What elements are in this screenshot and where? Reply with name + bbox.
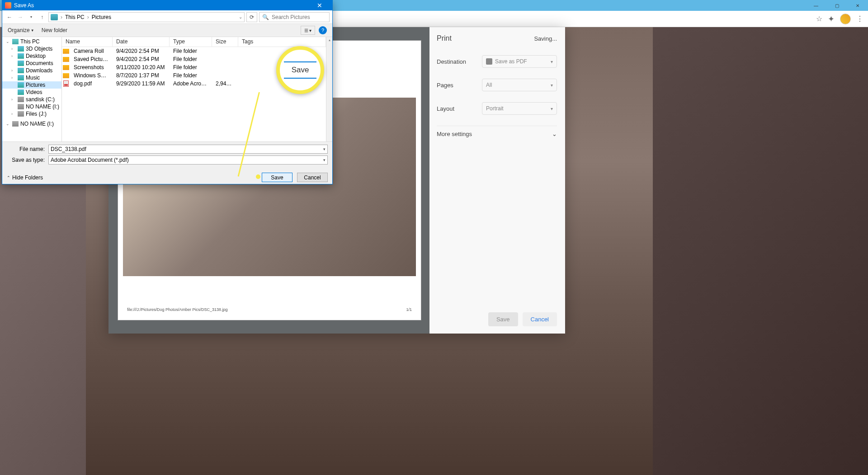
profile-avatar[interactable] [840, 14, 851, 24]
refresh-button[interactable]: ⟳ [246, 12, 257, 22]
tree-arrow-icon: › [11, 47, 16, 51]
print-footer-path: file:///J:/Pictures/Dog Photos/Amber Pic… [127, 307, 228, 312]
col-name[interactable]: Name [62, 37, 113, 47]
chevron-down-icon: ▼ [31, 28, 34, 33]
layout-label: Layout [437, 105, 482, 112]
file-type: File folder [170, 48, 212, 54]
breadcrumb-folder[interactable]: Pictures [92, 14, 111, 20]
folder-tree[interactable]: ⌄This PC›3D Objects›DesktopDocuments›Dow… [2, 37, 62, 141]
breadcrumb-sep-icon: › [61, 14, 62, 20]
print-footer-pagenum: 1/1 [406, 307, 412, 312]
save-as-dialog: Save As ✕ ← → ▾ ↑ › This PC › Pictures ⌄… [2, 0, 333, 184]
breadcrumb-sep-icon: › [87, 14, 89, 20]
file-list-header[interactable]: Name Date Type Size Tags [62, 37, 326, 47]
kebab-menu-icon[interactable]: ⋮ [856, 14, 863, 23]
col-size[interactable]: Size [212, 37, 238, 47]
new-folder-button[interactable]: New folder [42, 27, 67, 33]
layout-select[interactable]: Portrait [482, 102, 557, 115]
tree-arrow-icon: ⌄ [6, 122, 10, 126]
save-button[interactable]: Save [262, 173, 292, 182]
breadcrumb-pc[interactable]: This PC [65, 14, 85, 20]
tree-item[interactable]: ›Desktop [2, 52, 61, 60]
view-options-button[interactable]: ☰ ▾ [301, 26, 315, 35]
file-type: File folder [170, 72, 212, 79]
pages-label: Pages [437, 82, 482, 89]
tree-item[interactable]: ›Files (J:) [2, 110, 61, 118]
tree-arrow-icon: › [11, 112, 16, 116]
maximize-button[interactable]: ▢ [826, 0, 847, 11]
window-close-button[interactable]: ✕ [847, 0, 868, 11]
tree-item[interactable]: ›3D Objects [2, 45, 61, 52]
file-date: 9/29/2020 11:59 AM [113, 80, 170, 87]
print-status: Saving... [534, 35, 557, 42]
file-name: Saved Pictures [70, 56, 113, 62]
tree-item[interactable]: ⌄NO NAME (I:) [2, 120, 61, 127]
breadcrumb-dropdown-icon[interactable]: ⌄ [239, 14, 242, 19]
cancel-button[interactable]: Cancel [297, 173, 328, 182]
dialog-close-button[interactable]: ✕ [309, 0, 330, 10]
tree-item[interactable]: Videos [2, 89, 61, 96]
tree-item-label: NO NAME (I:) [20, 121, 54, 127]
callout-text: Save [292, 66, 309, 75]
hide-folders-toggle[interactable]: ⌃ Hide Folders [7, 174, 43, 181]
print-save-button[interactable]: Save [488, 312, 518, 326]
bfolder-icon [18, 46, 24, 52]
print-cancel-button[interactable]: Cancel [523, 312, 557, 326]
tree-item-label: Pictures [26, 82, 45, 88]
app-icon [5, 2, 11, 9]
tree-item[interactable]: Documents [2, 60, 61, 67]
col-date[interactable]: Date [113, 37, 170, 47]
more-settings-toggle[interactable]: More settings ⌄ [437, 126, 557, 142]
scrollbar[interactable]: ▴ [326, 37, 332, 141]
organize-menu[interactable]: Organize ▼ [8, 27, 34, 33]
tree-item[interactable]: NO NAME (I:) [2, 103, 61, 110]
bfolder-icon [18, 75, 24, 80]
search-input[interactable]: 🔍 Search Pictures [259, 12, 330, 22]
tree-item-label: Documents [26, 60, 53, 66]
nav-recent-button[interactable]: ▾ [27, 13, 36, 22]
pdf-icon [486, 58, 492, 65]
tree-arrow-icon: › [11, 97, 16, 102]
pc-icon [12, 39, 19, 44]
col-type[interactable]: Type [170, 37, 212, 47]
file-name-input[interactable]: DSC_3138.pdf [48, 145, 328, 154]
print-panel: Print Saving... Destination Save as PDF … [429, 27, 564, 334]
bfolder-icon [18, 89, 24, 95]
col-tags[interactable]: Tags [238, 37, 326, 47]
tree-item[interactable]: ›Downloads [2, 67, 61, 74]
extensions-icon[interactable]: ✦ [828, 14, 835, 24]
help-button[interactable]: ? [319, 26, 327, 34]
nav-forward-button[interactable]: → [16, 13, 25, 22]
tree-item[interactable]: Pictures [2, 81, 61, 89]
file-date: 9/11/2020 10:20 AM [113, 64, 170, 71]
file-date: 9/4/2020 2:54 PM [113, 48, 170, 54]
bfolder-icon [18, 68, 24, 73]
breadcrumb[interactable]: › This PC › Pictures ⌄ [48, 12, 245, 22]
dialog-title: Save As [14, 2, 34, 9]
tree-item-label: Downloads [26, 67, 52, 74]
bfolder-icon [18, 53, 24, 59]
tree-item[interactable]: ›sandisk (C:) [2, 96, 61, 103]
file-date: 9/4/2020 2:54 PM [113, 56, 170, 62]
nav-back-button[interactable]: ← [5, 13, 14, 22]
drive-icon [18, 111, 24, 117]
print-title: Print [437, 34, 452, 42]
destination-select[interactable]: Save as PDF [482, 55, 557, 68]
dialog-titlebar[interactable]: Save As ✕ [2, 0, 332, 10]
file-date: 8/7/2020 1:37 PM [113, 72, 170, 79]
minimize-button[interactable]: — [806, 0, 826, 11]
tree-item[interactable]: ⌄This PC [2, 38, 61, 45]
bfolder-icon [18, 82, 24, 88]
save-type-select[interactable]: Adobe Acrobat Document (*.pdf) [48, 155, 328, 165]
pages-select[interactable]: All [482, 79, 557, 91]
chevron-icon: ⌃ [7, 175, 10, 180]
tree-item-label: Desktop [26, 53, 46, 59]
nav-up-button[interactable]: ↑ [38, 13, 47, 22]
file-name: Camera Roll [70, 48, 113, 54]
callout-highlight: Save [276, 46, 324, 94]
destination-label: Destination [437, 58, 482, 65]
tree-arrow-icon: › [11, 75, 16, 80]
dialog-navbar: ← → ▾ ↑ › This PC › Pictures ⌄ ⟳ 🔍 Searc… [2, 10, 332, 24]
tree-item[interactable]: ›Music [2, 74, 61, 81]
bookmark-star-icon[interactable]: ☆ [816, 14, 822, 23]
